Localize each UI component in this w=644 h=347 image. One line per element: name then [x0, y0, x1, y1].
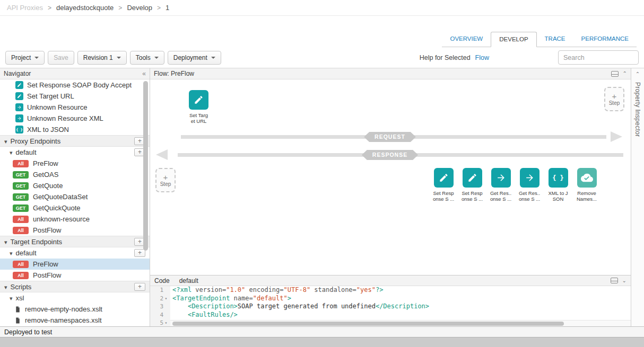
- section-scripts[interactable]: Scripts: [0, 281, 150, 292]
- flow-policy-get-response-2[interactable]: Get Res..onse S ...: [515, 168, 544, 202]
- script-file-remove-empty-nodes[interactable]: remove-empty-nodes.xslt: [0, 304, 150, 315]
- request-lane-label: REQUEST: [364, 132, 416, 142]
- flow-policy-xml-to-json[interactable]: XML to JSON: [544, 168, 572, 202]
- flow-policy-get-response-1[interactable]: Get Res..onse S ...: [486, 168, 515, 202]
- tab-trace[interactable]: TRACE: [537, 32, 573, 47]
- tools-dropdown[interactable]: Tools: [130, 51, 164, 65]
- add-flow-button[interactable]: [134, 249, 145, 257]
- callout-arrow-icon: [15, 103, 23, 111]
- fold-icon[interactable]: [163, 321, 169, 325]
- editor-column: Flow: PreFlow Set Targ et URL: [150, 68, 631, 326]
- add-step-request-button[interactable]: + Step: [604, 87, 624, 111]
- code-tab-default[interactable]: default: [179, 277, 198, 284]
- code-panel-label: Code: [154, 277, 170, 284]
- collapse-navigator-icon[interactable]: [142, 70, 146, 77]
- help-group: Help for Selected Flow: [420, 54, 489, 61]
- expand-property-inspector-icon[interactable]: [636, 72, 640, 77]
- nav-flow-target-postflow[interactable]: All PostFlow: [0, 270, 150, 281]
- collapse-panel-icon[interactable]: [622, 278, 626, 283]
- navigator-tree: Set Response SOAP Body Accept Set Target…: [0, 79, 150, 326]
- breadcrumb-proxy-name[interactable]: delayedstockquote: [56, 4, 114, 12]
- property-inspector-strip[interactable]: Property Inspector: [631, 68, 644, 326]
- expand-triangle-icon: [4, 137, 7, 145]
- tab-develop[interactable]: DEVELOP: [491, 32, 536, 47]
- callout-arrow-icon: [520, 168, 539, 188]
- flow-label: PreFlow: [33, 159, 58, 167]
- nav-flow-target-preflow-selected[interactable]: All PreFlow: [0, 259, 150, 270]
- add-script-button[interactable]: [134, 283, 145, 291]
- flow-label: GetQuickQuote: [33, 204, 81, 212]
- deployment-status-text: Deployed to test: [4, 328, 52, 336]
- nav-policy-xml-to-json[interactable]: XML to JSON: [0, 124, 150, 135]
- flow-header: Flow: PreFlow: [150, 68, 631, 79]
- section-title: Scripts: [11, 283, 32, 291]
- section-target-endpoints[interactable]: Target Endpoints: [0, 236, 150, 247]
- breadcrumb: API Proxies > delayedstockquote > Develo…: [0, 0, 644, 16]
- flow-policy-set-response-2[interactable]: Set Response S ...: [458, 168, 486, 202]
- file-icon: [14, 306, 21, 313]
- nav-flow-getquotedataset[interactable]: GET GetQuoteDataSet: [0, 191, 150, 202]
- nav-flow-unknown-resource[interactable]: All unknown-resource: [0, 213, 150, 225]
- nav-flow-getquickquote[interactable]: GET GetQuickQuote: [0, 202, 150, 213]
- revision-dropdown[interactable]: Revision 1: [77, 51, 127, 65]
- nav-policy-unknown-resource[interactable]: Unknown Resource: [0, 102, 150, 113]
- tab-overview[interactable]: OVERVIEW: [442, 32, 491, 47]
- section-proxy-endpoints[interactable]: Proxy Endpoints: [0, 135, 150, 147]
- braces-icon: [549, 168, 568, 188]
- code-line[interactable]: <?xml version="1.0" encoding="UTF-8" sta…: [172, 286, 631, 295]
- method-badge: All: [13, 216, 29, 223]
- navigator-scrollbar[interactable]: [143, 81, 148, 251]
- code-line[interactable]: <Description>SOAP target generated from …: [172, 302, 631, 311]
- method-badge: GET: [13, 193, 29, 201]
- expand-triangle-icon: [4, 283, 7, 291]
- flow-policy-set-target-url[interactable]: Set Targ et URL: [180, 90, 217, 124]
- nav-flow-getquote[interactable]: GET GetQuote: [0, 180, 150, 191]
- flow-policy-remove-namespaces[interactable]: RemoveNames...: [572, 168, 601, 202]
- proxy-endpoint-default[interactable]: default: [0, 147, 150, 158]
- code-header-icons: [611, 278, 626, 283]
- cloud-check-icon: [577, 168, 597, 188]
- file-icon: [14, 317, 21, 324]
- target-endpoint-default[interactable]: default: [0, 247, 150, 259]
- policy-label: Set Response S ...: [462, 190, 483, 202]
- add-step-response-button[interactable]: + Step: [155, 168, 176, 192]
- navigator-panel: Navigator Set Response SOAP Body Accept …: [0, 68, 150, 326]
- nav-policy-set-response-soap-body-accept[interactable]: Set Response SOAP Body Accept: [0, 79, 150, 91]
- flow-policy-set-response-1[interactable]: Set Response S ...: [429, 168, 458, 202]
- pencil-icon: [434, 168, 454, 188]
- deployment-dropdown[interactable]: Deployment: [168, 51, 221, 65]
- split-pane-icon[interactable]: [611, 71, 619, 77]
- pencil-icon: [15, 92, 23, 100]
- policy-label: Get Res..onse S ...: [519, 190, 540, 202]
- nav-policy-unknown-resource-xml[interactable]: Unknown Resource XML: [0, 113, 150, 124]
- fold-icon[interactable]: [163, 296, 169, 301]
- flow-header-icons: [611, 71, 627, 77]
- breadcrumb-develop[interactable]: Develop: [127, 4, 152, 12]
- main-content: Navigator Set Response SOAP Body Accept …: [0, 68, 644, 326]
- nav-policy-set-target-url[interactable]: Set Target URL: [0, 91, 150, 102]
- collapse-panel-icon[interactable]: [623, 71, 627, 76]
- tab-performance[interactable]: PERFORMANCE: [573, 32, 637, 47]
- breadcrumb-api-proxies[interactable]: API Proxies: [7, 4, 43, 12]
- save-button[interactable]: Save: [48, 51, 74, 65]
- split-pane-icon[interactable]: [611, 278, 618, 283]
- group-label: xsl: [16, 294, 24, 302]
- nav-flow-proxy-postflow[interactable]: All PostFlow: [0, 225, 150, 236]
- code-line[interactable]: <FaultRules/>: [172, 311, 631, 319]
- project-dropdown[interactable]: Project: [5, 51, 45, 65]
- nav-flow-getoas[interactable]: GET GetOAS: [0, 169, 150, 180]
- code-line[interactable]: <TargetEndpoint name="default">: [172, 295, 631, 303]
- nav-flow-proxy-preflow[interactable]: All PreFlow: [0, 158, 150, 169]
- scrollbar-thumb[interactable]: [172, 322, 564, 326]
- search-input[interactable]: [558, 50, 639, 65]
- help-flow-link[interactable]: Flow: [475, 54, 489, 61]
- expand-triangle-icon: [10, 148, 13, 156]
- script-file-remove-namespaces[interactable]: remove-namespaces.xslt: [0, 315, 150, 326]
- scripts-group-xsl[interactable]: xsl: [0, 292, 150, 304]
- group-label: default: [16, 148, 37, 156]
- expand-triangle-icon: [10, 294, 13, 302]
- response-policies-row: Set Response S ... Set Response S ... Ge…: [429, 168, 601, 202]
- code-editor[interactable]: 1 2 3 4 5 <?xml version="1.0" encoding="…: [150, 286, 631, 326]
- breadcrumb-revision[interactable]: 1: [166, 4, 169, 12]
- flow-panel: Flow: PreFlow Set Targ et URL: [150, 68, 631, 275]
